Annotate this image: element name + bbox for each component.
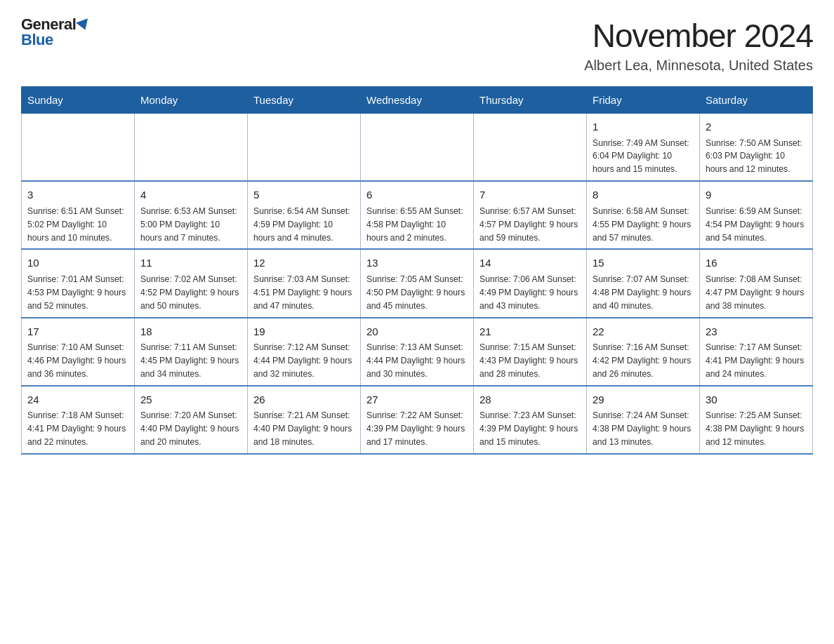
day-info: Sunrise: 7:02 AM Sunset: 4:52 PM Dayligh…: [140, 273, 241, 313]
weekday-header-saturday: Saturday: [700, 87, 813, 114]
day-number: 2: [706, 119, 807, 135]
day-number: 4: [140, 187, 241, 203]
day-cell: 18Sunrise: 7:11 AM Sunset: 4:45 PM Dayli…: [135, 318, 248, 386]
header: General Blue November 2024 Albert Lea, M…: [21, 17, 813, 74]
day-cell: 9Sunrise: 6:59 AM Sunset: 4:54 PM Daylig…: [700, 181, 813, 249]
day-cell: 26Sunrise: 7:21 AM Sunset: 4:40 PM Dayli…: [248, 386, 361, 454]
week-row-4: 17Sunrise: 7:10 AM Sunset: 4:46 PM Dayli…: [22, 318, 813, 386]
week-row-3: 10Sunrise: 7:01 AM Sunset: 4:53 PM Dayli…: [22, 249, 813, 317]
day-number: 18: [140, 324, 241, 340]
day-number: 5: [253, 187, 355, 203]
logo-triangle-icon: [77, 18, 92, 32]
day-info: Sunrise: 7:24 AM Sunset: 4:38 PM Dayligh…: [593, 409, 694, 449]
day-cell: 16Sunrise: 7:08 AM Sunset: 4:47 PM Dayli…: [700, 249, 813, 317]
day-info: Sunrise: 7:10 AM Sunset: 4:46 PM Dayligh…: [27, 341, 128, 381]
day-cell: 1Sunrise: 7:49 AM Sunset: 6:04 PM Daylig…: [587, 114, 700, 182]
day-cell: 20Sunrise: 7:13 AM Sunset: 4:44 PM Dayli…: [361, 318, 474, 386]
day-info: Sunrise: 6:55 AM Sunset: 4:58 PM Dayligh…: [366, 205, 468, 245]
weekday-header-monday: Monday: [135, 87, 248, 114]
day-number: 13: [366, 255, 468, 271]
week-row-1: 1Sunrise: 7:49 AM Sunset: 6:04 PM Daylig…: [22, 114, 813, 182]
day-cell: [248, 114, 361, 182]
day-cell: 8Sunrise: 6:58 AM Sunset: 4:55 PM Daylig…: [587, 181, 700, 249]
day-cell: 14Sunrise: 7:06 AM Sunset: 4:49 PM Dayli…: [474, 249, 587, 317]
day-info: Sunrise: 6:51 AM Sunset: 5:02 PM Dayligh…: [27, 205, 128, 245]
day-info: Sunrise: 7:05 AM Sunset: 4:50 PM Dayligh…: [366, 273, 468, 313]
day-number: 25: [140, 392, 241, 408]
day-cell: 25Sunrise: 7:20 AM Sunset: 4:40 PM Dayli…: [135, 386, 248, 454]
day-cell: [361, 114, 474, 182]
day-info: Sunrise: 6:53 AM Sunset: 5:00 PM Dayligh…: [140, 205, 241, 245]
day-number: 30: [706, 392, 807, 408]
month-title: November 2024: [584, 17, 813, 55]
day-number: 19: [253, 324, 355, 340]
day-number: 16: [706, 255, 807, 271]
title-area: November 2024 Albert Lea, Minnesota, Uni…: [584, 17, 813, 74]
day-info: Sunrise: 7:49 AM Sunset: 6:04 PM Dayligh…: [593, 137, 694, 177]
day-cell: 17Sunrise: 7:10 AM Sunset: 4:46 PM Dayli…: [22, 318, 135, 386]
day-cell: 5Sunrise: 6:54 AM Sunset: 4:59 PM Daylig…: [248, 181, 361, 249]
day-number: 28: [479, 392, 581, 408]
day-cell: 23Sunrise: 7:17 AM Sunset: 4:41 PM Dayli…: [700, 318, 813, 386]
day-info: Sunrise: 7:50 AM Sunset: 6:03 PM Dayligh…: [706, 137, 807, 177]
day-info: Sunrise: 6:59 AM Sunset: 4:54 PM Dayligh…: [706, 205, 807, 245]
day-info: Sunrise: 7:17 AM Sunset: 4:41 PM Dayligh…: [706, 341, 807, 381]
day-info: Sunrise: 7:22 AM Sunset: 4:39 PM Dayligh…: [366, 409, 468, 449]
day-info: Sunrise: 7:08 AM Sunset: 4:47 PM Dayligh…: [706, 273, 807, 313]
day-cell: 10Sunrise: 7:01 AM Sunset: 4:53 PM Dayli…: [22, 249, 135, 317]
day-cell: [474, 114, 587, 182]
day-cell: 21Sunrise: 7:15 AM Sunset: 4:43 PM Dayli…: [474, 318, 587, 386]
day-info: Sunrise: 6:58 AM Sunset: 4:55 PM Dayligh…: [593, 205, 694, 245]
day-number: 6: [366, 187, 468, 203]
day-info: Sunrise: 7:16 AM Sunset: 4:42 PM Dayligh…: [593, 341, 694, 381]
day-info: Sunrise: 7:25 AM Sunset: 4:38 PM Dayligh…: [706, 409, 807, 449]
day-number: 11: [140, 255, 241, 271]
day-info: Sunrise: 7:23 AM Sunset: 4:39 PM Dayligh…: [479, 409, 581, 449]
day-number: 8: [593, 187, 694, 203]
day-cell: 4Sunrise: 6:53 AM Sunset: 5:00 PM Daylig…: [135, 181, 248, 249]
day-cell: 3Sunrise: 6:51 AM Sunset: 5:02 PM Daylig…: [22, 181, 135, 249]
day-cell: 11Sunrise: 7:02 AM Sunset: 4:52 PM Dayli…: [135, 249, 248, 317]
weekday-header-friday: Friday: [587, 87, 700, 114]
day-info: Sunrise: 6:57 AM Sunset: 4:57 PM Dayligh…: [479, 205, 581, 245]
day-cell: 12Sunrise: 7:03 AM Sunset: 4:51 PM Dayli…: [248, 249, 361, 317]
day-number: 10: [27, 255, 128, 271]
day-info: Sunrise: 7:21 AM Sunset: 4:40 PM Dayligh…: [253, 409, 355, 449]
day-number: 27: [366, 392, 468, 408]
day-number: 1: [593, 119, 694, 135]
day-number: 12: [253, 255, 355, 271]
day-number: 3: [27, 187, 128, 203]
day-cell: [22, 114, 135, 182]
day-number: 17: [27, 324, 128, 340]
week-row-2: 3Sunrise: 6:51 AM Sunset: 5:02 PM Daylig…: [22, 181, 813, 249]
day-cell: 30Sunrise: 7:25 AM Sunset: 4:38 PM Dayli…: [700, 386, 813, 454]
day-cell: 13Sunrise: 7:05 AM Sunset: 4:50 PM Dayli…: [361, 249, 474, 317]
day-info: Sunrise: 7:07 AM Sunset: 4:48 PM Dayligh…: [593, 273, 694, 313]
day-info: Sunrise: 7:11 AM Sunset: 4:45 PM Dayligh…: [140, 341, 241, 381]
day-number: 23: [706, 324, 807, 340]
day-number: 14: [479, 255, 581, 271]
day-cell: 2Sunrise: 7:50 AM Sunset: 6:03 PM Daylig…: [700, 114, 813, 182]
day-cell: 29Sunrise: 7:24 AM Sunset: 4:38 PM Dayli…: [587, 386, 700, 454]
day-info: Sunrise: 7:01 AM Sunset: 4:53 PM Dayligh…: [27, 273, 128, 313]
logo: General Blue: [21, 17, 90, 48]
day-info: Sunrise: 6:54 AM Sunset: 4:59 PM Dayligh…: [253, 205, 355, 245]
day-info: Sunrise: 7:15 AM Sunset: 4:43 PM Dayligh…: [479, 341, 581, 381]
day-number: 29: [593, 392, 694, 408]
day-cell: 28Sunrise: 7:23 AM Sunset: 4:39 PM Dayli…: [474, 386, 587, 454]
day-number: 20: [366, 324, 468, 340]
day-number: 15: [593, 255, 694, 271]
day-number: 24: [27, 392, 128, 408]
logo-blue-text: Blue: [21, 31, 53, 48]
day-number: 26: [253, 392, 355, 408]
day-info: Sunrise: 7:13 AM Sunset: 4:44 PM Dayligh…: [366, 341, 468, 381]
weekday-header-tuesday: Tuesday: [248, 87, 361, 114]
weekday-header-row: SundayMondayTuesdayWednesdayThursdayFrid…: [22, 87, 813, 114]
day-cell: 24Sunrise: 7:18 AM Sunset: 4:41 PM Dayli…: [22, 386, 135, 454]
day-number: 21: [479, 324, 581, 340]
day-cell: 15Sunrise: 7:07 AM Sunset: 4:48 PM Dayli…: [587, 249, 700, 317]
day-info: Sunrise: 7:12 AM Sunset: 4:44 PM Dayligh…: [253, 341, 355, 381]
day-number: 7: [479, 187, 581, 203]
week-row-5: 24Sunrise: 7:18 AM Sunset: 4:41 PM Dayli…: [22, 386, 813, 454]
day-number: 9: [706, 187, 807, 203]
